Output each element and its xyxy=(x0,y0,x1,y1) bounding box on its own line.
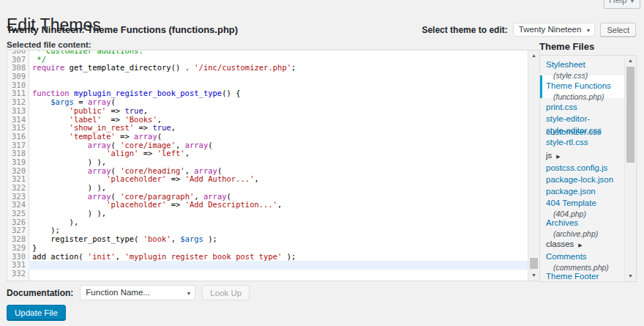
theme-file-link[interactable]: package-lock.json xyxy=(546,175,613,184)
code-text: ), xyxy=(29,218,528,227)
code-text: ) ), xyxy=(29,210,528,218)
code-editor[interactable]: 306 * Customizer additions.307 */308requ… xyxy=(7,50,540,281)
chevron-down-icon: ▼ xyxy=(585,23,591,36)
theme-file-link[interactable]: Stylesheet xyxy=(546,60,585,69)
line-number: 329 xyxy=(7,244,29,253)
code-scroll: 306 * Customizer additions.307 */308requ… xyxy=(7,50,528,278)
theme-file-link[interactable]: Comments xyxy=(546,252,587,261)
documentation-select-value: Function Name... xyxy=(86,288,150,297)
theme-file-link[interactable]: 404 Template xyxy=(546,199,596,207)
theme-file-link[interactable]: style-rtl.css xyxy=(546,138,588,147)
theme-file-item[interactable]: Stylesheet(style.css) xyxy=(540,56,624,75)
code-line[interactable]: 308require get_template_directory() . '/… xyxy=(7,64,528,73)
lookup-button[interactable]: Look Up xyxy=(202,285,250,300)
code-line[interactable]: 332 xyxy=(7,270,528,278)
folder-expand-arrow-icon: ▶ xyxy=(578,242,582,248)
chevron-down-icon: ▼ xyxy=(186,286,191,300)
sidebar-vertical-scrollbar[interactable]: ▲ ▼ xyxy=(624,56,636,281)
selected-file-content-label: Selected file content: xyxy=(7,40,91,49)
theme-file-item[interactable]: style-rtl.css xyxy=(540,133,624,145)
code-line[interactable]: 330add_action( 'init', 'myplugin_registe… xyxy=(7,253,528,262)
current-file-title: Twenty Nineteen: Theme Functions (functi… xyxy=(7,24,238,35)
theme-file-link[interactable]: style-editor.css xyxy=(546,126,602,135)
code-line[interactable]: 326 ), xyxy=(7,218,528,227)
theme-file-item[interactable]: Comments(comments.php) xyxy=(540,248,624,267)
folder-expand-arrow-icon: ▶ xyxy=(556,154,560,159)
code-text xyxy=(29,270,528,278)
chevron-down-icon: ▼ xyxy=(629,0,635,4)
code-line[interactable]: 309 xyxy=(7,73,528,81)
documentation-select[interactable]: Function Name... ▼ xyxy=(80,285,195,300)
select-theme-label: Select theme to edit: xyxy=(422,25,507,35)
scroll-up-arrow-icon[interactable]: ▲ xyxy=(528,51,539,61)
theme-file-item[interactable]: style-editor.css xyxy=(540,122,624,133)
theme-file-item[interactable]: package-lock.json xyxy=(540,171,624,182)
theme-file-item[interactable]: postcss.config.js xyxy=(540,159,624,171)
code-line[interactable]: 325 ) ), xyxy=(7,210,528,218)
theme-select-value: Twenty Nineteen xyxy=(519,25,582,34)
code-text: register_post_type( 'book', $args ); xyxy=(29,235,528,244)
line-number: 309 xyxy=(7,73,29,81)
line-number: 322 xyxy=(7,184,29,193)
theme-select[interactable]: Twenty Nineteen ▼ xyxy=(513,23,596,37)
theme-files-title: Theme Files xyxy=(539,41,594,52)
theme-file-link[interactable]: Theme Functions xyxy=(546,81,611,90)
theme-file-link[interactable]: postcss.config.js xyxy=(546,163,607,172)
theme-select-row: Select theme to edit: Twenty Nineteen ▼ … xyxy=(422,23,636,37)
help-button-label: Help xyxy=(609,0,627,5)
theme-file-link[interactable]: js xyxy=(546,151,552,160)
theme-files-panel: Stylesheet(style.css)Theme Functions(fun… xyxy=(539,55,637,282)
code-line[interactable]: 328 register_post_type( 'book', $args ); xyxy=(7,235,528,244)
help-button[interactable]: Help ▼ xyxy=(604,0,640,9)
line-number: 325 xyxy=(7,210,29,218)
scroll-down-arrow-icon[interactable]: ▼ xyxy=(625,271,636,281)
theme-file-item[interactable]: 404 Template(404.php) xyxy=(540,194,624,214)
code-text xyxy=(29,73,528,81)
code-text: * Customizer additions. xyxy=(29,50,528,56)
scroll-up-arrow-icon[interactable]: ▲ xyxy=(625,56,636,66)
select-theme-button[interactable]: Select xyxy=(600,23,636,37)
sidebar-scrollbar-thumb[interactable] xyxy=(626,67,634,163)
theme-file-item[interactable]: Theme Functions(functions.php) xyxy=(540,75,624,98)
line-number: 316 xyxy=(7,133,29,141)
line-number: 313 xyxy=(7,107,29,116)
update-file-button[interactable]: Update File xyxy=(7,305,66,321)
edit-themes-page: Edit Themes Help ▼ Twenty Nineteen: Them… xyxy=(0,0,644,326)
line-number: 332 xyxy=(7,270,29,278)
code-text xyxy=(29,261,528,270)
line-number: 319 xyxy=(7,158,29,167)
theme-file-link[interactable]: print.css xyxy=(546,103,577,111)
theme-file-link[interactable]: Theme Footer xyxy=(546,272,599,281)
theme-files-list: Stylesheet(style.css)Theme Functions(fun… xyxy=(540,56,624,279)
editor-vertical-scrollbar[interactable]: ▲ ▼ xyxy=(528,51,539,281)
theme-file-link[interactable]: Archives xyxy=(546,218,578,227)
theme-file-link[interactable]: package.json xyxy=(546,187,596,196)
code-text: add_action( 'init', 'myplugin_register_b… xyxy=(29,253,528,262)
editor-scrollbar-thumb[interactable] xyxy=(530,258,538,269)
theme-file-item[interactable]: js▶ xyxy=(540,145,624,159)
documentation-label: Documentation: xyxy=(7,288,73,298)
code-line[interactable]: 306 * Customizer additions. xyxy=(7,50,528,56)
scroll-down-arrow-icon[interactable]: ▼ xyxy=(528,270,539,281)
documentation-row: Documentation: Function Name... ▼ Look U… xyxy=(7,285,250,300)
theme-file-item[interactable]: Theme Footer xyxy=(540,267,624,279)
theme-file-link[interactable]: classes xyxy=(546,240,574,248)
code-line[interactable]: 331 xyxy=(7,261,528,270)
theme-file-item[interactable]: package.json xyxy=(540,182,624,194)
code-text: require get_template_directory() . '/inc… xyxy=(29,64,528,73)
theme-file-item[interactable]: style-editor-customizer.css xyxy=(540,110,624,122)
